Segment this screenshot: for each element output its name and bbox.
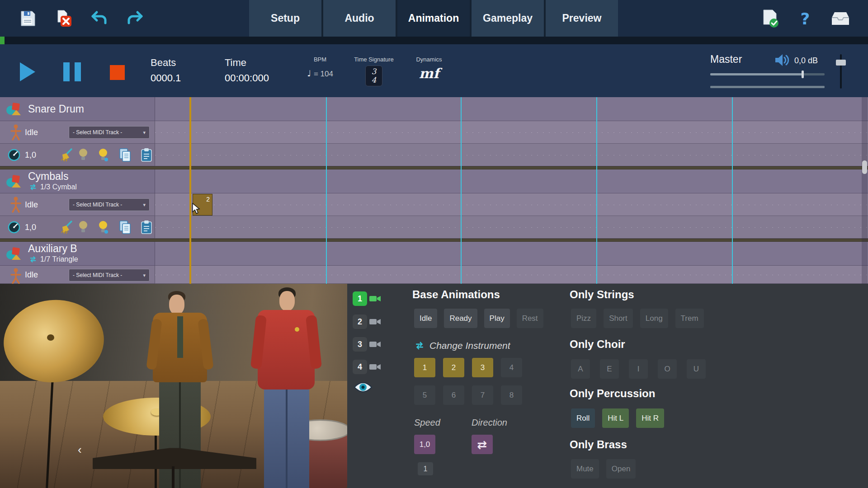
camera-icon: [369, 318, 381, 326]
anim-play-button[interactable]: Play: [484, 309, 510, 328]
midi-track-dropdown[interactable]: - Select MIDI Track -▾: [69, 126, 150, 139]
midi-track-dropdown[interactable]: - Select MIDI Track -▾: [69, 269, 150, 282]
choir-a-button[interactable]: A: [571, 359, 590, 379]
copy-track-button[interactable]: [118, 220, 132, 236]
clean-track-button[interactable]: [59, 148, 73, 164]
tab-preview[interactable]: Preview: [546, 0, 618, 37]
bulb-lit-icon: [98, 148, 108, 162]
choir-u-button[interactable]: U: [687, 359, 706, 379]
tab-audio[interactable]: Audio: [323, 0, 396, 37]
redo-button[interactable]: [124, 6, 146, 31]
master-volume-slider[interactable]: [710, 73, 825, 75]
percussion-hit-l-button[interactable]: Hit L: [602, 408, 629, 428]
strings-long-button[interactable]: Long: [640, 309, 668, 328]
hint-on-button[interactable]: [98, 148, 108, 164]
playhead[interactable]: [189, 97, 191, 284]
delete-button[interactable]: [52, 6, 74, 31]
camera-4-button[interactable]: 4: [353, 360, 381, 374]
broom-icon: [59, 221, 73, 234]
animation-state-label: Idle: [25, 121, 38, 144]
track-scrollbar[interactable]: [862, 97, 868, 284]
view-toggle-button[interactable]: [354, 381, 373, 395]
page-turn-arrow[interactable]: ‹: [78, 443, 82, 457]
midi-track-dropdown[interactable]: - Select MIDI Track -▾: [69, 198, 150, 211]
delete-icon: [54, 9, 72, 28]
save-icon: [19, 9, 37, 28]
copy-track-button[interactable]: [118, 148, 132, 164]
anim-ready-button[interactable]: Ready: [444, 309, 477, 328]
anim-idle-button[interactable]: Idle: [414, 309, 437, 328]
strings-pizz-button[interactable]: Pizz: [571, 309, 596, 328]
track-header-auxiliary-b[interactable]: Auxiliary B 1/7 Triangle: [0, 242, 155, 266]
master-fader[interactable]: [835, 54, 846, 89]
instrument-2-button[interactable]: 2: [443, 358, 464, 377]
hint-off-button[interactable]: [78, 220, 89, 236]
direction-button[interactable]: ⇄: [472, 435, 493, 454]
bpm-control[interactable]: BPM ♩= 104: [298, 56, 342, 79]
speed-value-button[interactable]: 1,0: [414, 435, 435, 454]
track-group-separator: [0, 239, 868, 242]
beats-value: 0000.1: [151, 72, 181, 84]
pause-button[interactable]: [63, 62, 81, 81]
page-1-button[interactable]: 1: [418, 462, 433, 475]
instrument-5-button[interactable]: 5: [414, 385, 435, 405]
archive-button[interactable]: [830, 6, 851, 31]
percussion-roll-button[interactable]: Roll: [571, 408, 595, 428]
clean-track-button[interactable]: [59, 221, 73, 236]
instrument-6-button[interactable]: 6: [443, 385, 464, 405]
tab-setup[interactable]: Setup: [249, 0, 321, 37]
progress-strip: [0, 37, 868, 44]
anim-rest-button[interactable]: Rest: [517, 309, 543, 328]
tab-gameplay[interactable]: Gameplay: [472, 0, 544, 37]
fader-knob[interactable]: [836, 60, 846, 66]
camera-1-button[interactable]: 1: [353, 291, 381, 306]
camera-2-button[interactable]: 2: [353, 314, 381, 329]
time-value: 00:00:000: [225, 72, 269, 84]
track-header-snare-drum[interactable]: Snare Drum: [0, 97, 155, 121]
paste-track-button[interactable]: [140, 220, 153, 236]
strings-short-button[interactable]: Short: [604, 309, 633, 328]
help-button[interactable]: ?: [794, 6, 816, 31]
paste-track-button[interactable]: [140, 148, 153, 164]
transport-bar: Beats 0000.1 Time 00:00:000 BPM ♩= 104 T…: [0, 44, 868, 97]
3d-viewport[interactable]: ‹: [0, 284, 347, 488]
direction-row: ⇄: [472, 435, 493, 454]
swap-instrument-icon: [29, 183, 37, 191]
choir-e-button[interactable]: E: [600, 359, 619, 379]
hint-on-button[interactable]: [98, 220, 108, 236]
undo-button[interactable]: [89, 6, 110, 31]
validate-button[interactable]: [760, 6, 781, 31]
instrument-1-button[interactable]: 1: [414, 358, 435, 377]
master-mute-button[interactable]: [774, 53, 790, 69]
speed-gauge-icon: [7, 148, 21, 164]
track-scrollbar-thumb[interactable]: [862, 160, 867, 174]
speed-gauge-icon: [7, 221, 21, 236]
track-header-cymbals[interactable]: Cymbals 1/3 Cymbal: [0, 169, 155, 193]
beats-display: Beats 0000.1: [151, 57, 181, 84]
master-pan-slider[interactable]: [710, 86, 825, 88]
beat-gridline: [732, 97, 733, 284]
brass-open-button[interactable]: Open: [606, 459, 636, 479]
brass-mute-button[interactable]: Mute: [571, 459, 599, 479]
choir-buttons: A E I O U: [571, 359, 706, 379]
hint-off-button[interactable]: [78, 148, 89, 164]
instrument-8-button[interactable]: 8: [501, 385, 522, 405]
stop-button[interactable]: [110, 65, 125, 80]
save-button[interactable]: [17, 6, 38, 31]
choir-o-button[interactable]: O: [658, 359, 677, 379]
instrument-buttons-row-1: 1 2 3 4: [414, 358, 522, 377]
volume-slider-handle[interactable]: [802, 70, 804, 78]
instrument-4-button[interactable]: 4: [501, 358, 522, 377]
play-button[interactable]: [20, 62, 35, 81]
choir-i-button[interactable]: I: [629, 359, 648, 379]
strings-trem-button[interactable]: Trem: [675, 309, 704, 328]
tab-animation[interactable]: Animation: [397, 0, 470, 37]
dynamics-control[interactable]: Dynamics mf: [406, 56, 452, 81]
speed-row: 1,0: [414, 435, 435, 454]
mouse-cursor: [192, 203, 202, 215]
camera-3-button[interactable]: 3: [353, 337, 381, 352]
percussion-hit-r-button[interactable]: Hit R: [636, 408, 664, 428]
instrument-7-button[interactable]: 7: [472, 385, 493, 405]
instrument-3-button[interactable]: 3: [472, 358, 493, 377]
time-signature-control[interactable]: Time Signature 3 4: [348, 56, 400, 86]
